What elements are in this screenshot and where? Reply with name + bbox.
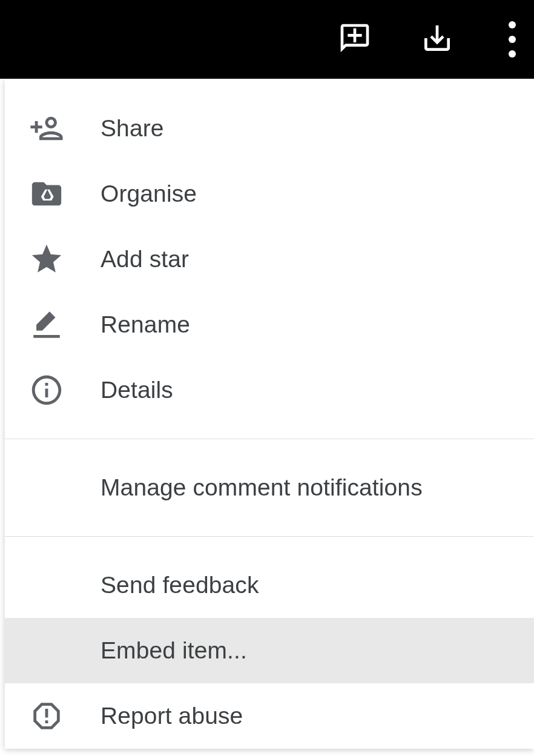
- menu-item-share[interactable]: Share: [5, 96, 534, 161]
- more-icon[interactable]: [503, 15, 522, 64]
- no-icon: [29, 568, 64, 603]
- person-add-icon: [29, 111, 64, 146]
- menu-item-report-abuse[interactable]: Report abuse: [5, 683, 534, 749]
- menu-label: Send feedback: [101, 572, 259, 598]
- no-icon: [29, 470, 64, 505]
- menu-item-add-star[interactable]: Add star: [5, 227, 534, 292]
- info-icon: [29, 373, 64, 408]
- menu-item-organise[interactable]: Organise: [5, 161, 534, 227]
- drive-folder-icon: [29, 176, 64, 211]
- dropdown-menu: Share Organise Add star Rename Details M…: [5, 79, 534, 749]
- toolbar: [0, 0, 534, 79]
- menu-label: Add star: [101, 246, 189, 273]
- pencil-icon: [29, 307, 64, 342]
- menu-item-details[interactable]: Details: [5, 357, 534, 423]
- menu-item-rename[interactable]: Rename: [5, 292, 534, 357]
- menu-label: Embed item...: [101, 637, 247, 664]
- add-comment-icon[interactable]: [338, 21, 372, 58]
- menu-divider: [5, 439, 534, 439]
- report-icon: [29, 698, 64, 734]
- menu-label: Manage comment notifications: [101, 474, 423, 501]
- menu-label: Share: [101, 115, 164, 142]
- menu-label: Report abuse: [101, 703, 243, 729]
- menu-label: Details: [101, 377, 173, 403]
- menu-item-send-feedback[interactable]: Send feedback: [5, 552, 534, 618]
- menu-label: Rename: [101, 311, 190, 338]
- star-icon: [29, 242, 64, 277]
- menu-label: Organise: [101, 181, 197, 207]
- menu-item-manage-comments[interactable]: Manage comment notifications: [5, 455, 534, 520]
- menu-divider: [5, 536, 534, 537]
- no-icon: [29, 633, 64, 668]
- download-icon[interactable]: [420, 21, 454, 58]
- menu-item-embed-item[interactable]: Embed item...: [5, 618, 534, 683]
